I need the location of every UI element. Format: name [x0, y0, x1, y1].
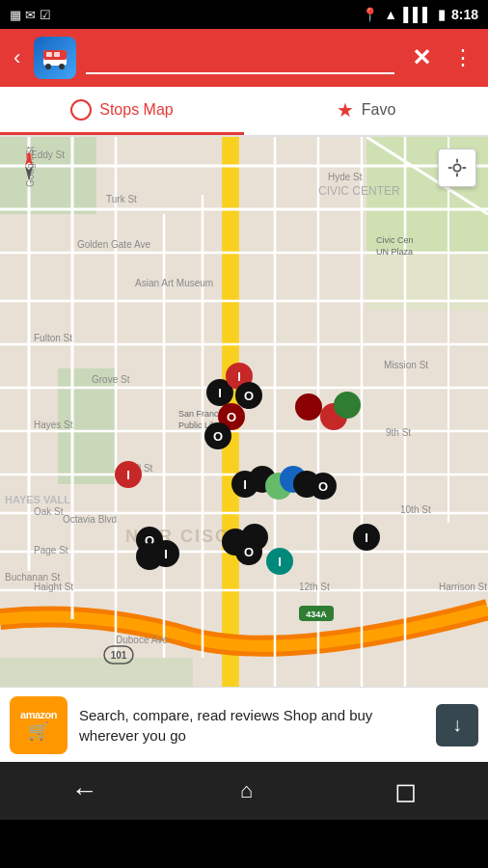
- svg-point-3: [59, 64, 65, 69]
- home-nav-button[interactable]: ⌂: [225, 771, 268, 811]
- tab-bar: Stops Map ★ Favo: [0, 87, 488, 137]
- ad-banner: amazon 🛒 Search, compare, read reviews S…: [0, 687, 488, 762]
- grid-icon: ▦: [10, 8, 21, 22]
- svg-text:101: 101: [111, 650, 127, 661]
- ad-text: Search, compare, read reviews Shop and b…: [79, 705, 424, 746]
- svg-text:Harrison St: Harrison St: [439, 582, 487, 592]
- battery-icon: ▮: [438, 7, 446, 22]
- svg-text:Oak St: Oak St: [34, 506, 64, 517]
- tab-stops-map[interactable]: Stops Map: [0, 87, 244, 135]
- svg-marker-69: [25, 166, 33, 181]
- signal-icon: ▌▌▌: [403, 7, 432, 22]
- svg-point-2: [45, 64, 51, 69]
- ad-download-button[interactable]: ↓: [436, 704, 478, 746]
- svg-text:Page St: Page St: [34, 545, 68, 556]
- svg-text:Fulton St: Fulton St: [34, 333, 72, 343]
- svg-rect-4: [46, 52, 52, 57]
- svg-text:CIVIC CENTER: CIVIC CENTER: [318, 184, 400, 198]
- svg-text:12th St: 12th St: [299, 582, 330, 592]
- menu-button[interactable]: ⋮: [448, 41, 478, 74]
- stop-pin-15[interactable]: O: [310, 473, 337, 500]
- stops-map-icon: [70, 99, 92, 121]
- svg-text:Asian Art Museum: Asian Art Museum: [135, 278, 213, 288]
- stop-pin-21[interactable]: O: [235, 538, 262, 565]
- svg-text:9th St: 9th St: [386, 427, 411, 438]
- svg-text:N: N: [26, 151, 32, 160]
- back-button[interactable]: ‹: [10, 41, 24, 74]
- svg-text:Grove St: Grove St: [92, 374, 130, 385]
- location-pin-icon: 📍: [362, 7, 378, 22]
- time-display: 8:18: [451, 7, 478, 22]
- svg-text:Haight St: Haight St: [34, 582, 73, 592]
- svg-text:Hayes St: Hayes St: [34, 420, 73, 430]
- svg-text:HAYES VALL: HAYES VALL: [5, 494, 70, 505]
- back-nav-button[interactable]: ←: [56, 768, 114, 814]
- svg-rect-5: [54, 52, 60, 57]
- svg-text:434A: 434A: [306, 610, 327, 619]
- wifi-icon: ▲: [384, 7, 397, 22]
- location-button[interactable]: [438, 149, 476, 187]
- svg-text:Mission St: Mission St: [384, 360, 428, 370]
- svg-text:Civic Cen: Civic Cen: [376, 235, 414, 245]
- svg-text:Buchanan St: Buchanan St: [5, 572, 60, 583]
- app-icon: [34, 37, 76, 79]
- stops-map-label: Stops Map: [99, 101, 173, 119]
- svg-rect-11: [0, 658, 193, 687]
- svg-text:UN Plaza: UN Plaza: [376, 247, 413, 257]
- checkbox-icon: ☑: [40, 8, 51, 22]
- tab-favorites[interactable]: ★ Favo: [244, 87, 488, 135]
- gmail-icon: ✉: [25, 8, 36, 22]
- status-right-icons: 📍 ▲ ▌▌▌ ▮ 8:18: [362, 7, 478, 22]
- svg-text:Duboce Ave: Duboce Ave: [116, 635, 168, 645]
- stop-pin-5[interactable]: O: [204, 422, 231, 449]
- compass: N: [12, 149, 46, 183]
- stop-pin-22[interactable]: I: [266, 548, 293, 575]
- stop-pin-23[interactable]: I: [353, 524, 380, 551]
- stop-pin-6[interactable]: [295, 393, 322, 420]
- amazon-logo: amazon 🛒: [10, 696, 68, 754]
- svg-text:10th St: 10th St: [400, 504, 431, 515]
- svg-point-71: [453, 164, 460, 171]
- status-left-icons: ▦ ✉ ☑: [10, 8, 51, 22]
- favorites-label: Favo: [362, 101, 396, 119]
- map-container[interactable]: Eddy St Turk St Golden Gate Ave Asian Ar…: [0, 137, 488, 687]
- stop-pin-8[interactable]: [334, 392, 361, 419]
- svg-text:Golden Gate Ave: Golden Gate Ave: [77, 239, 150, 250]
- svg-text:Hyde St: Hyde St: [328, 172, 363, 182]
- city-search-input[interactable]: San Francisco, CA, USA: [86, 42, 394, 74]
- download-icon: ↓: [452, 714, 462, 736]
- stop-pin-9[interactable]: I: [115, 461, 142, 488]
- favorites-star-icon: ★: [337, 98, 354, 122]
- recent-apps-button[interactable]: ◻: [379, 768, 432, 815]
- clear-button[interactable]: ✕: [404, 41, 439, 75]
- app-bar: ‹ San Francisco, CA, USA ✕ ⋮: [0, 29, 488, 87]
- bus-icon: [40, 42, 70, 73]
- svg-text:Octavia Blvd: Octavia Blvd: [63, 514, 117, 525]
- svg-text:Turk St: Turk St: [106, 194, 137, 204]
- nav-bar: ← ⌂ ◻: [0, 762, 488, 820]
- stop-pin-18[interactable]: [136, 543, 163, 570]
- status-bar: ▦ ✉ ☑ 📍 ▲ ▌▌▌ ▮ 8:18: [0, 0, 488, 29]
